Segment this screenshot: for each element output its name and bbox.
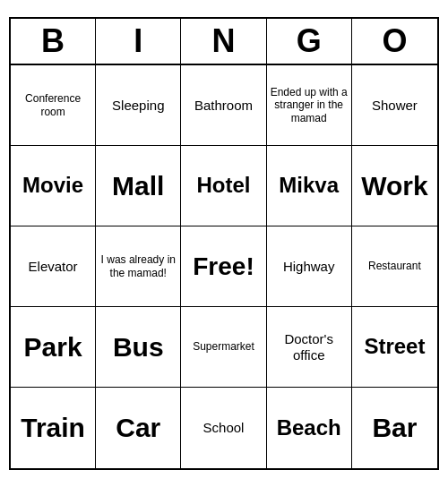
header-g: G [267, 19, 352, 64]
bingo-cell[interactable]: Restaurant [352, 226, 437, 307]
bingo-cell[interactable]: I was already in the mamad! [96, 226, 181, 307]
bingo-cell[interactable]: Mall [96, 146, 181, 226]
bingo-cell[interactable]: School [181, 388, 266, 468]
bingo-cell[interactable]: Free! [181, 226, 266, 307]
bingo-cell[interactable]: Street [352, 307, 437, 388]
header-o: O [352, 19, 437, 64]
bingo-cell[interactable]: Ended up with a stranger in the mamad [267, 65, 352, 146]
bingo-cell[interactable]: Train [11, 388, 96, 468]
bingo-card: B I N G O Conference roomSleepingBathroo… [9, 17, 439, 470]
bingo-cell[interactable]: Work [352, 146, 437, 226]
bingo-cell[interactable]: Beach [267, 388, 352, 468]
bingo-cell[interactable]: Bathroom [181, 65, 266, 146]
bingo-cell[interactable]: Mikva [267, 146, 352, 226]
bingo-cell[interactable]: Supermarket [181, 307, 266, 388]
bingo-cell[interactable]: Car [96, 388, 181, 468]
bingo-cell[interactable]: Park [11, 307, 96, 388]
bingo-header: B I N G O [11, 19, 437, 65]
bingo-cell[interactable]: Hotel [181, 146, 266, 226]
bingo-cell[interactable]: Bus [96, 307, 181, 388]
bingo-cell[interactable]: Movie [11, 146, 96, 226]
bingo-grid: Conference roomSleepingBathroomEnded up … [11, 65, 437, 468]
bingo-cell[interactable]: Sleeping [96, 65, 181, 146]
bingo-cell[interactable]: Bar [352, 388, 437, 468]
bingo-cell[interactable]: Conference room [11, 65, 96, 146]
header-n: N [181, 19, 266, 64]
bingo-cell[interactable]: Elevator [11, 226, 96, 307]
bingo-cell[interactable]: Doctor's office [267, 307, 352, 388]
header-b: B [11, 19, 96, 64]
bingo-cell[interactable]: Highway [267, 226, 352, 307]
header-i: I [96, 19, 181, 64]
bingo-cell[interactable]: Shower [352, 65, 437, 146]
